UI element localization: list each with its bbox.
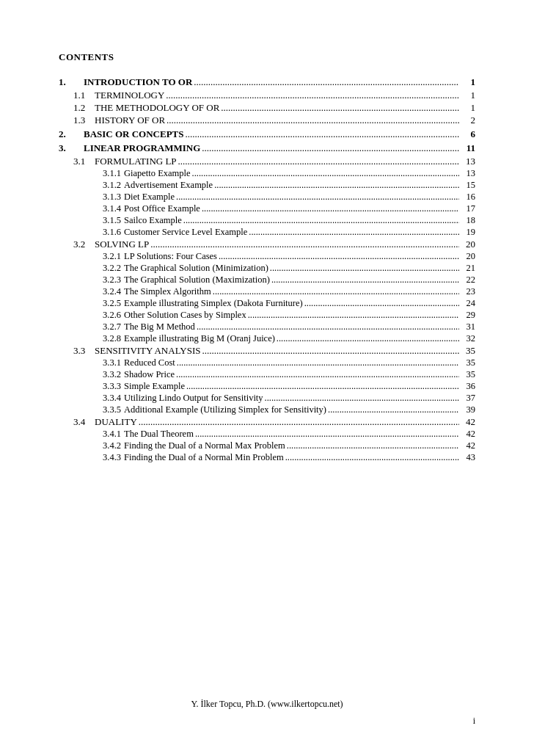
toc-entry: 3.1FORMULATING LP ......................… (59, 156, 475, 167)
toc-num: 3.2.6 (59, 310, 121, 321)
toc-page: 16 (462, 192, 475, 203)
toc-num: 3.2.5 (59, 298, 121, 309)
toc-page: 36 (462, 381, 475, 392)
toc-label: THE METHODOLOGY OF OR (95, 102, 219, 114)
toc-dots: ........................................… (150, 239, 459, 250)
toc-num: 3.3.5 (59, 404, 121, 415)
toc-dots: ........................................… (328, 404, 459, 415)
toc-label: BASIC OR CONCEPTS (84, 128, 184, 140)
toc-page: 1 (462, 102, 475, 114)
toc-dots: ........................................… (192, 168, 459, 179)
toc-page: 15 (462, 180, 475, 191)
toc-page: 1 (462, 90, 475, 101)
toc-label: Giapetto Example (124, 168, 191, 179)
toc-label: SENSITIVITY ANALYSIS (95, 345, 200, 357)
toc-num: 1.2 (59, 102, 92, 114)
toc-page: 37 (462, 393, 475, 404)
toc-dots: ........................................… (139, 416, 459, 428)
toc-entry: 3.1.1Giapetto Example ..................… (59, 168, 475, 179)
toc-dots: ........................................… (167, 115, 459, 126)
toc-label: Other Solution Cases by Simplex (124, 310, 246, 321)
toc-entry: 3.4DUALITY .............................… (59, 416, 475, 428)
toc-dots: ........................................… (202, 345, 459, 357)
toc-page: 42 (462, 429, 475, 440)
toc-num: 3.2.3 (59, 275, 121, 286)
footer-author: Y. İlker Topcu, Ph.D. (www.ilkertopcu.ne… (0, 699, 534, 710)
toc-entry: 3.3.4Utilizing Lindo Output for Sensitiv… (59, 393, 475, 404)
toc-num: 3.1.6 (59, 227, 121, 238)
toc-entry: 3.LINEAR PROGRAMMING ...................… (59, 142, 475, 154)
toc-entry: 3.1.3Diet Example ......................… (59, 192, 475, 203)
toc-dots: ........................................… (221, 102, 459, 114)
toc-num: 3.3 (59, 345, 92, 357)
toc-label: Advertisement Example (124, 180, 213, 191)
toc-num: 1. (59, 76, 81, 88)
toc-label: Finding the Dual of a Normal Min Problem (124, 452, 284, 463)
toc-entry: 3.3.1Reduced Cost ......................… (59, 357, 475, 368)
toc-page: 18 (462, 215, 475, 226)
toc-num: 3.1 (59, 156, 92, 167)
toc-entry: 2.BASIC OR CONCEPTS ....................… (59, 128, 475, 140)
toc-num: 3.2 (59, 239, 92, 250)
toc-page: 22 (462, 275, 475, 286)
toc-label: Example illustrating Big M (Oranj Juice) (124, 333, 275, 344)
toc-dots: ........................................… (197, 321, 459, 332)
toc-page: 1 (462, 76, 475, 88)
toc-label: LP Solutions: Four Cases (124, 251, 217, 262)
toc-dots: ........................................… (202, 203, 459, 214)
toc-entry: 3.3SENSITIVITY ANALYSIS ................… (59, 345, 475, 357)
toc-entry: 3.1.5Sailco Example ....................… (59, 215, 475, 226)
toc-label: Additional Example (Utilizing Simplex fo… (124, 404, 326, 415)
toc-num: 1.1 (59, 90, 92, 101)
toc-dots: ........................................… (186, 381, 459, 392)
toc-entry: 3.2.7The Big M Method ..................… (59, 321, 475, 332)
toc-dots: ........................................… (285, 452, 459, 463)
toc-dots: ........................................… (177, 357, 459, 368)
footer-page: i (0, 716, 534, 727)
toc-label: The Graphical Solution (Minimization) (124, 263, 268, 274)
toc-page: 23 (462, 286, 475, 297)
toc-label: Utilizing Lindo Output for Sensitivity (124, 393, 263, 404)
toc-entry: 1.3HISTORY OF OR .......................… (59, 115, 475, 126)
toc-num: 3. (59, 142, 81, 154)
toc-page: 13 (462, 168, 475, 179)
toc-page: 17 (462, 203, 475, 214)
toc-dots: ........................................… (186, 128, 459, 140)
toc-entry: 3.2.2The Graphical Solution (Minimizatio… (59, 263, 475, 274)
toc-num: 3.1.2 (59, 180, 121, 191)
toc-num: 3.1.3 (59, 192, 121, 203)
toc-page: 32 (462, 333, 475, 344)
toc-entry: 3.4.1The Dual Theorem ..................… (59, 429, 475, 440)
toc-page: 24 (462, 298, 475, 309)
toc-num: 3.1.4 (59, 203, 121, 214)
toc-entry: 3.2.5Example illustrating Simplex (Dakot… (59, 298, 475, 309)
toc-dots: ........................................… (214, 180, 459, 191)
toc-label: SOLVING LP (95, 239, 149, 250)
toc-num: 1.3 (59, 115, 92, 126)
toc-dots: ........................................… (219, 251, 459, 262)
toc-dots: ........................................… (213, 286, 459, 297)
toc-label: INTRODUCTION TO OR (84, 76, 192, 88)
toc-entry: 1.1TERMINOLOGY .........................… (59, 90, 475, 101)
toc-label: Post Office Example (124, 203, 200, 214)
toc-entry: 3.2.8Example illustrating Big M (Oranj J… (59, 333, 475, 344)
toc-num: 3.4.1 (59, 429, 121, 440)
toc-page: 42 (462, 416, 475, 428)
toc-dots: ........................................… (304, 298, 459, 309)
toc-label: Simple Example (124, 381, 185, 392)
toc-page: 20 (462, 251, 475, 262)
toc-label: Finding the Dual of a Normal Max Problem (124, 440, 285, 451)
toc-label: TERMINOLOGY (95, 90, 164, 101)
toc-page: 35 (462, 345, 475, 357)
toc-entry: 3.2SOLVING LP ..........................… (59, 239, 475, 250)
toc-label: Example illustrating Simplex (Dakota Fur… (124, 298, 303, 309)
toc-num: 3.2.2 (59, 263, 121, 274)
toc-entry: 3.3.3Simple Example ....................… (59, 381, 475, 392)
toc-dots: ........................................… (176, 192, 459, 203)
toc-entry: 3.1.6Customer Service Level Example ....… (59, 227, 475, 238)
toc-dots: ........................................… (277, 333, 459, 344)
toc-num: 3.1.1 (59, 168, 121, 179)
toc-entry: 1.INTRODUCTION TO OR ...................… (59, 76, 475, 88)
toc-label: HISTORY OF OR (95, 115, 165, 126)
toc-entry: 1.2THE METHODOLOGY OF OR ...............… (59, 102, 475, 114)
